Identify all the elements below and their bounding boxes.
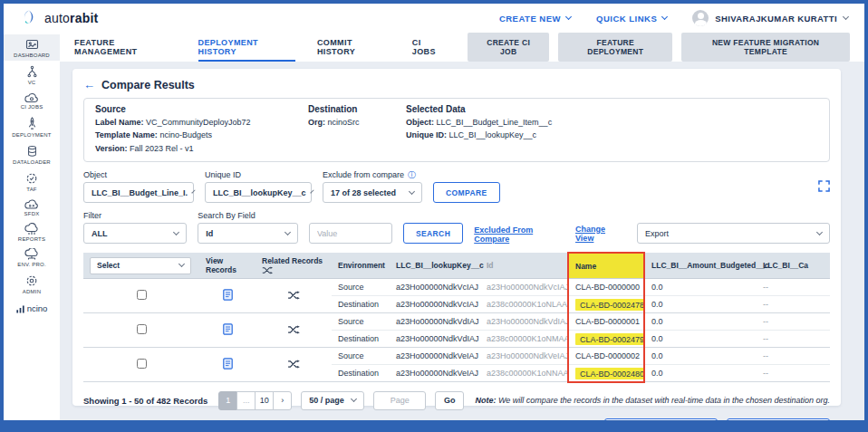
tab-feature-management[interactable]: FEATURE MANAGEMENT xyxy=(74,33,177,62)
create-ci-job-button[interactable]: CREATE CI JOB xyxy=(468,33,549,62)
excluded-from-compare-link[interactable]: Excluded From Compare xyxy=(474,226,564,244)
tab-deployment-history[interactable]: DEPLOYMENT HISTORY xyxy=(198,33,295,62)
chevron-down-icon xyxy=(191,189,195,193)
category-cell: -- xyxy=(757,296,830,313)
user-avatar xyxy=(692,10,709,26)
chevron-down-icon xyxy=(173,229,179,235)
unique-id-label: Unique ID xyxy=(205,170,312,179)
info-icon[interactable]: ⓘ xyxy=(408,171,416,179)
col-select: Select xyxy=(83,253,199,279)
filter-row-2: Filter ALL Search By Field Id SEARCH Exc… xyxy=(83,211,830,244)
summary-destination-title: Destination xyxy=(308,104,406,114)
row-checkbox[interactable] xyxy=(137,359,147,369)
page-title: Compare Results xyxy=(101,79,195,91)
sidebar-item-vc[interactable]: VC xyxy=(4,61,60,88)
search-button[interactable]: SEARCH xyxy=(403,223,463,244)
tab-commit-history[interactable]: COMMIT HISTORY xyxy=(317,33,391,62)
search-by-field-select[interactable]: Id xyxy=(198,223,298,244)
sidebar-item-label: TAF xyxy=(26,187,37,192)
chevron-down-icon xyxy=(285,229,291,235)
view-record-icon xyxy=(223,323,233,335)
amount-budgeted-cell: 0.0 xyxy=(644,279,757,296)
amount-budgeted-cell: 0.0 xyxy=(644,348,757,365)
page-button-10[interactable]: 10 xyxy=(255,391,274,410)
summary-field: Object: LLC_BI__Budget_Line_Item__c xyxy=(406,116,552,129)
name-cell: CLA-BD-0002479 xyxy=(568,331,644,348)
name-cell: CLA-BD-0000000 xyxy=(568,279,644,296)
environment-cell: Destination xyxy=(332,331,390,348)
col-lookup-key: LLC_BI__lookupKey__c xyxy=(390,253,480,279)
sidebar-item-label: DATALOADER xyxy=(13,159,51,165)
save-and-continue-button[interactable]: SAVE AND CONTINUE xyxy=(604,418,718,420)
back-arrow-icon[interactable]: ← xyxy=(83,78,95,91)
sidebar-item-taf[interactable]: TAF xyxy=(4,168,60,195)
select-dropdown[interactable]: Select xyxy=(90,257,191,274)
related-records-cell[interactable] xyxy=(256,279,332,313)
category-cell: -- xyxy=(757,365,830,382)
chevron-down-icon xyxy=(178,261,185,267)
compare-note: Note: We will compare the records in the… xyxy=(475,396,830,405)
related-records-cell[interactable] xyxy=(256,313,332,348)
next-page-button[interactable]: › xyxy=(273,391,292,410)
row-checkbox[interactable] xyxy=(137,290,147,300)
chevron-down-icon xyxy=(661,14,668,20)
filter-select[interactable]: ALL xyxy=(83,223,187,244)
change-view-link[interactable]: Change View xyxy=(575,225,622,243)
top-header: autorabit CREATE NEW QUICK LINKS SHIVARA… xyxy=(4,4,864,33)
quick-links-menu[interactable]: QUICK LINKS xyxy=(596,14,667,24)
expand-icon[interactable] xyxy=(818,179,830,196)
export-select[interactable]: Export xyxy=(637,223,830,244)
summary-source: Source Label Name: VC_CommunityDeployJob… xyxy=(95,104,308,155)
user-menu[interactable]: SHIVARAJKUMAR KURATTI xyxy=(692,10,848,26)
go-button[interactable]: Go xyxy=(435,391,464,410)
compare-results-card: ← Compare Results Source Label Name: VC_… xyxy=(72,69,841,406)
amount-budgeted-cell: 0.0 xyxy=(644,331,757,348)
lookup-key-cell: a23Ho00000NdkVeIAJ xyxy=(390,348,480,365)
filter-label: Filter xyxy=(83,211,187,220)
sidebar-item-ci-jobs[interactable]: CI JOBS xyxy=(4,88,60,112)
select-cell xyxy=(83,348,199,382)
view-export-group: Change View Export xyxy=(575,223,830,244)
per-page-select[interactable]: 50 / page xyxy=(301,391,364,410)
id-cell: a23Ho00000NdkVdIAJ xyxy=(480,313,568,331)
unique-id-select[interactable]: LLC_BI__lookupKey__c xyxy=(205,182,312,203)
sidebar-item-env-pro[interactable]: ENV. PRO. xyxy=(4,245,60,270)
view-records-cell[interactable] xyxy=(199,279,256,313)
view-records-cell[interactable] xyxy=(199,313,256,348)
value-input[interactable] xyxy=(309,223,392,244)
sidebar-item-sfdx[interactable]: SFDX xyxy=(4,195,60,219)
pagination-row: Showing 1 - 50 of 482 Records 1...10› 50… xyxy=(83,391,830,410)
save-and-deploy-button[interactable]: SAVE AND DEPLOY xyxy=(727,418,830,420)
sidebar-item-label: DEPLOYMENT xyxy=(12,132,51,138)
sidebar-item-label: ADMIN xyxy=(23,289,41,294)
sidebar-item-reports[interactable]: REPORTS xyxy=(4,219,60,245)
view-records-cell[interactable] xyxy=(199,348,256,382)
related-records-cell[interactable] xyxy=(256,348,332,382)
chevron-down-icon xyxy=(409,188,415,195)
table-row-source: Sourcea23Ho00000NdkVeIAJa23Ho00000NdkVeI… xyxy=(83,348,830,365)
id-cell: a238c00000K1oNLAAZ xyxy=(480,296,568,313)
feature-deployment-button[interactable]: FEATURE DEPLOYMENT xyxy=(558,33,672,62)
new-feature-migration-template-button[interactable]: NEW FEATURE MIGRATION TEMPLATE xyxy=(681,33,850,62)
page-button-[interactable]: ... xyxy=(236,391,256,410)
sfdx-icon xyxy=(24,198,40,210)
autorabit-logo[interactable]: autorabit xyxy=(20,9,98,27)
object-select[interactable]: LLC_BI__Budget_Line_I. xyxy=(83,182,194,203)
exclude-from-compare-select[interactable]: 17 of 28 selected xyxy=(323,182,422,203)
page-button-1[interactable]: 1 xyxy=(218,391,237,410)
col-id: Id xyxy=(480,253,568,279)
highlighted-name: CLA-BD-0002480 xyxy=(575,368,644,379)
sidebar-item-deployment[interactable]: DEPLOYMENT xyxy=(4,112,60,140)
sidebar-item-dataloader[interactable]: DATALOADER xyxy=(4,140,60,168)
sidebar-item-label: CI JOBS xyxy=(21,104,43,110)
create-new-menu[interactable]: CREATE NEW xyxy=(499,14,571,24)
sidebar-item-dashboard[interactable]: DASHBOARD xyxy=(4,34,60,61)
sidebar-item-admin[interactable]: ADMIN xyxy=(4,270,60,297)
page-number-input[interactable] xyxy=(373,391,426,410)
lookup-key-cell: a23Ho00000NdkVcIAJ xyxy=(390,296,480,313)
row-checkbox[interactable] xyxy=(137,324,147,334)
tab-bar: FEATURE MANAGEMENTDEPLOYMENT HISTORYCOMM… xyxy=(60,33,864,62)
compare-button[interactable]: COMPARE xyxy=(433,182,500,203)
tab-ci-jobs[interactable]: CI JOBS xyxy=(412,33,446,62)
taf-icon xyxy=(24,171,39,186)
